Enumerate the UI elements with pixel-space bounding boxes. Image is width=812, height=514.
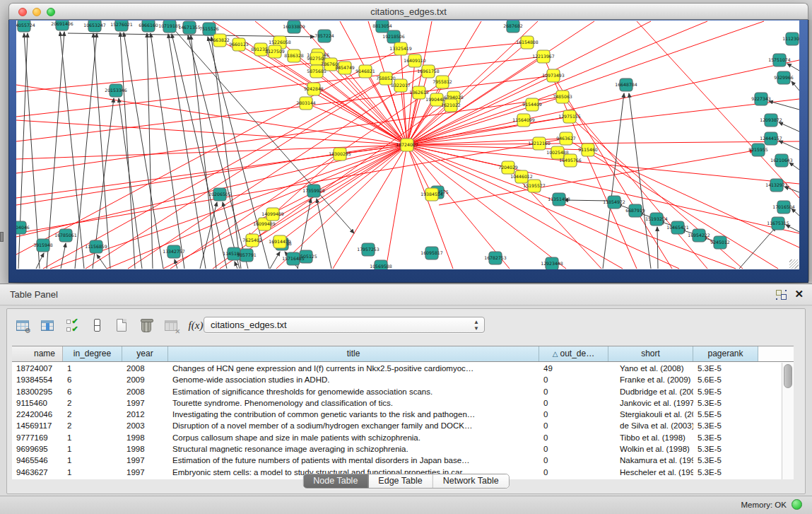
graph-node[interactable]: 17016504 <box>772 201 795 214</box>
graph-edge <box>314 89 407 145</box>
graph-node[interactable]: 12444157 <box>760 132 782 145</box>
graph-node[interactable]: 16033809 <box>283 21 305 33</box>
graph-node[interactable]: 16648784 <box>615 78 637 91</box>
graph-node[interactable]: 1112304 <box>782 33 799 45</box>
graph-node[interactable]: 12923448 <box>541 257 563 269</box>
new-column-icon[interactable] <box>113 317 130 334</box>
graph-node[interactable]: 8215955 <box>748 144 768 156</box>
graph-node[interactable]: 10465421 <box>666 221 689 234</box>
column-header-in_degree[interactable]: in_degree <box>63 346 122 361</box>
column-header-pagerank[interactable]: pagerank <box>693 346 758 361</box>
graph-node[interactable]: 12213967 <box>532 50 555 63</box>
graph-node[interactable]: 11675315 <box>767 217 789 230</box>
network-window[interactable]: citations_edges.txt 14055724206914061065… <box>8 3 808 283</box>
graph-node[interactable]: 6687919 <box>625 204 645 217</box>
graph-node[interactable]: 14055724 <box>16 21 35 32</box>
table-row[interactable]: 1938455462009Genome-wide association stu… <box>12 374 782 385</box>
select-rows-icon[interactable]: ✔✔ <box>64 317 81 334</box>
graph-node[interactable]: 16095817 <box>420 247 443 259</box>
graph-node[interactable]: 10653247 <box>83 21 106 32</box>
graph-node[interactable]: 11854972 <box>603 196 625 209</box>
minimize-window-icon[interactable] <box>33 8 41 16</box>
graph-node[interactable]: 8204046 <box>16 221 30 234</box>
table-mode-icon[interactable]: ⚙ <box>14 317 31 334</box>
table-row[interactable]: 977716911998Corpus callosum shape and si… <box>12 432 782 443</box>
traffic-lights <box>18 8 55 16</box>
graph-node[interactable]: 8186328 <box>284 49 304 62</box>
column-header-name[interactable]: name <box>12 346 63 361</box>
graph-node[interactable]: 2803144 <box>296 97 316 110</box>
scrollbar-thumb[interactable] <box>784 364 792 388</box>
table-row[interactable]: 1456911722003Disruption of a novel membe… <box>12 420 782 431</box>
graph-node[interactable]: 17957253 <box>357 243 379 256</box>
graph-node[interactable]: 15193254 <box>645 213 668 226</box>
graph-node[interactable]: 7515526 <box>199 23 219 35</box>
column-header-title[interactable]: title <box>168 346 539 361</box>
table-row[interactable]: 946554611997Estimation of the future num… <box>12 455 782 466</box>
graph-node[interactable]: 10719185 <box>158 21 181 33</box>
show-columns-icon[interactable] <box>39 317 56 334</box>
graph-node[interactable]: 11564099 <box>512 114 535 127</box>
toggle-panel-icon[interactable] <box>88 317 105 334</box>
graph-node[interactable]: 12093872 <box>760 114 782 127</box>
close-panel-icon[interactable]: ✕ <box>794 288 804 300</box>
cell-in_degree: 6 <box>63 374 122 385</box>
tab-node-table[interactable]: Node Table <box>303 474 368 488</box>
graph-node[interactable]: 16154808 <box>516 36 539 49</box>
graph-node[interactable]: 9329966 <box>774 71 794 84</box>
function-builder-icon[interactable]: f(x) <box>187 317 204 334</box>
network-canvas[interactable]: 1405572420691406106532471527602169661601… <box>16 21 799 269</box>
graph-node[interactable]: 7204029 <box>498 161 518 174</box>
graph-node[interactable]: 10973493 <box>542 69 565 82</box>
close-window-icon[interactable] <box>18 8 27 16</box>
graph-node[interactable]: 11156859 <box>85 240 107 253</box>
network-window-titlebar[interactable]: citations_edges.txt <box>8 3 808 20</box>
graph-node[interactable]: 14671355 <box>178 21 201 34</box>
graph-node[interactable]: 7857224 <box>314 30 334 42</box>
table-vertical-scrollbar[interactable] <box>782 363 794 479</box>
graph-node[interactable]: 3915948 <box>33 239 53 252</box>
graph-node[interactable]: 16210643 <box>770 154 793 167</box>
table-row[interactable]: 1872400712008Changes of HCN gene express… <box>12 363 782 374</box>
table-row[interactable]: 969969511998Structural magnetic resonanc… <box>12 443 782 455</box>
column-header-short[interactable]: short <box>608 346 693 361</box>
canvas-resize-grip[interactable] <box>789 259 799 269</box>
graph-node[interactable]: 11351498 <box>548 193 570 206</box>
column-header-year[interactable]: year <box>122 346 168 361</box>
graph-node[interactable]: 8322017 <box>391 79 411 92</box>
graph-node[interactable]: 6966160 <box>139 21 158 32</box>
table-selector-dropdown[interactable]: citations_edges.txt ▲▼ <box>204 317 485 333</box>
tab-network-table[interactable]: Network Table <box>433 474 509 488</box>
graph-node[interactable]: 16954222 <box>688 229 710 242</box>
column-header-out_degree[interactable]: △out_de… <box>539 346 608 361</box>
graph-node[interactable]: 16961758 <box>417 65 440 78</box>
graph-node[interactable]: 16782753 <box>484 252 507 264</box>
zoom-window-icon[interactable] <box>47 8 55 16</box>
background-window-edge <box>808 20 812 281</box>
graph-node[interactable]: 15276021 <box>110 21 133 31</box>
cell-short: Jankovic et al. (1997) <box>608 397 693 409</box>
cell-out_degree: 0 <box>539 374 608 385</box>
tab-edge-table[interactable]: Edge Table <box>368 474 433 488</box>
table-row[interactable]: 2242004622012Investigating the contribut… <box>12 409 782 420</box>
graph-node[interactable]: 10569588 <box>370 260 392 269</box>
float-panel-icon[interactable] <box>776 290 787 300</box>
table-row[interactable]: 911546021997Tourette syndrome. Phenomeno… <box>12 397 782 409</box>
graph-edge <box>235 262 237 269</box>
delete-column-icon[interactable] <box>138 317 155 334</box>
graph-node[interactable]: 12975155 <box>558 110 581 123</box>
graph-node[interactable]: 20691406 <box>51 21 73 30</box>
graph-node[interactable]: 2687682 <box>503 21 523 33</box>
graph-node[interactable]: 9245012 <box>710 236 730 249</box>
network-graph[interactable]: 1405572420691406106532471527602169661601… <box>16 21 799 269</box>
graph-node[interactable]: 15751074 <box>768 54 791 66</box>
graph-node[interactable]: 16785061 <box>54 229 77 242</box>
graph-node-label: 9154409 <box>522 102 542 107</box>
memory-status-icon[interactable] <box>792 499 802 510</box>
graph-node[interactable]: 9227343 <box>751 93 771 105</box>
graph-node-label: 7857224 <box>314 33 334 38</box>
cell-pagerank: 5.3E-5 <box>693 455 758 466</box>
table-row[interactable]: 1830029562008Estimation of significance … <box>12 386 782 397</box>
graph-node[interactable]: 5875685 <box>307 65 326 78</box>
graph-node[interactable]: 9115460 <box>578 144 598 156</box>
